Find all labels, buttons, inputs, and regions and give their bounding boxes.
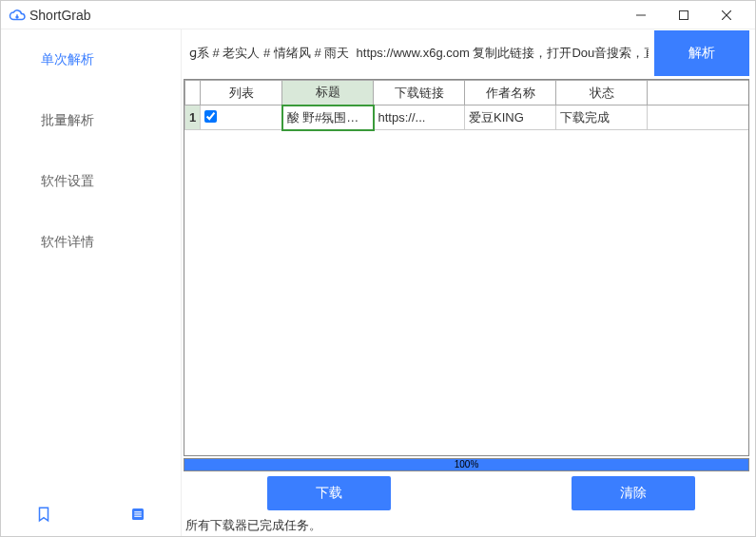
download-button[interactable]: 下载 (267, 476, 391, 510)
header-title[interactable]: 标题 (282, 81, 374, 105)
app-title: ShortGrab (29, 8, 91, 23)
header-status[interactable]: 状态 (556, 81, 648, 105)
main: 解析 列表 标题 下载链接 作者名称 状态 (182, 29, 755, 536)
sidebar: 单次解析 批量解析 软件设置 软件详情 (1, 29, 182, 536)
row-number: 1 (185, 105, 201, 130)
sidebar-item-settings[interactable]: 软件设置 (1, 151, 181, 212)
header-spacer (648, 81, 749, 105)
progress-bar: 100% (184, 458, 749, 471)
bookmark-icon[interactable] (35, 506, 52, 523)
list-icon[interactable] (129, 506, 146, 523)
header-rownum (185, 81, 201, 105)
sidebar-item-label: 软件设置 (41, 173, 94, 190)
cell-title[interactable]: 酸 野#氛围感 ... (282, 105, 374, 130)
maximize-button[interactable] (662, 1, 705, 29)
sidebar-bottom (1, 492, 181, 536)
header-list[interactable]: 列表 (201, 81, 282, 105)
cell-checkbox (201, 105, 282, 130)
sidebar-item-label: 软件详情 (41, 234, 94, 251)
button-row: 下载 清除 (182, 471, 755, 515)
header-link[interactable]: 下载链接 (374, 81, 465, 105)
table-container: 列表 标题 下载链接 作者名称 状态 1 酸 野#氛围感 ... (184, 79, 749, 456)
results-table: 列表 标题 下载链接 作者名称 状态 1 酸 野#氛围感 ... (184, 80, 748, 131)
clear-button[interactable]: 清除 (572, 476, 695, 510)
sidebar-item-label: 单次解析 (41, 51, 94, 68)
header-author[interactable]: 作者名称 (465, 81, 556, 105)
svg-rect-1 (679, 10, 688, 19)
window-controls (619, 1, 747, 29)
sidebar-item-details[interactable]: 软件详情 (1, 212, 181, 273)
table-row[interactable]: 1 酸 野#氛围感 ... https://... 爱豆KING 下载完成 (185, 105, 749, 130)
sidebar-item-batch-parse[interactable]: 批量解析 (1, 90, 181, 151)
app-logo: ShortGrab (9, 7, 91, 24)
parse-button[interactable]: 解析 (654, 30, 749, 76)
app-window: ShortGrab 单次解析 批量解析 软件设置 软件详情 解析 (0, 0, 756, 537)
topbar: 解析 (182, 29, 755, 77)
status-bar: 所有下载器已完成任务。 (182, 515, 755, 536)
sidebar-item-single-parse[interactable]: 单次解析 (1, 29, 181, 90)
cloud-icon (9, 7, 26, 24)
cell-link: https://... (374, 105, 465, 130)
url-input[interactable] (184, 41, 654, 66)
row-checkbox[interactable] (204, 110, 217, 123)
minimize-button[interactable] (619, 1, 662, 29)
close-button[interactable] (705, 1, 747, 29)
cell-status: 下载完成 (556, 105, 648, 130)
cell-spacer (648, 105, 749, 130)
content: 单次解析 批量解析 软件设置 软件详情 解析 列表 (1, 29, 755, 536)
maximize-icon (679, 10, 688, 20)
progress-label: 100% (184, 459, 748, 470)
close-icon (722, 10, 731, 20)
titlebar: ShortGrab (1, 1, 755, 29)
sidebar-item-label: 批量解析 (41, 112, 94, 129)
cell-author: 爱豆KING (465, 105, 556, 130)
minimize-icon (636, 10, 646, 20)
